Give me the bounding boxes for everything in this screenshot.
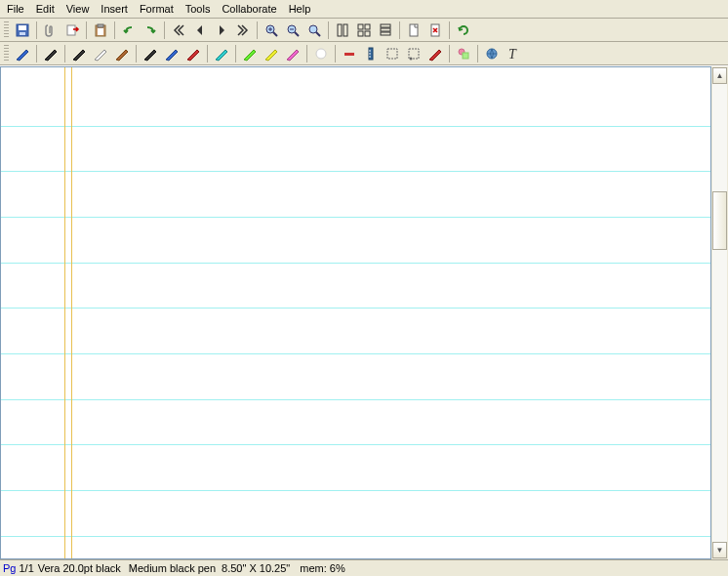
text-icon: T <box>506 46 521 62</box>
svg-rect-16 <box>338 24 342 36</box>
delete-tool-button[interactable] <box>339 44 360 63</box>
last-icon <box>235 22 251 38</box>
svg-rect-3 <box>67 25 75 35</box>
pen-white-button[interactable] <box>90 44 111 63</box>
stamp-button[interactable] <box>481 44 503 63</box>
rule-line <box>1 217 710 218</box>
pen-blue-2-button[interactable] <box>161 44 182 63</box>
toolbar-pens: T <box>0 42 728 65</box>
rule-line <box>1 263 710 264</box>
vertical-scrollbar[interactable]: ▲ ▼ <box>711 66 728 559</box>
hilite-green-button[interactable] <box>239 44 261 63</box>
pen-black-3-button[interactable] <box>140 44 161 63</box>
undo-icon <box>121 22 137 38</box>
svg-line-12 <box>295 32 299 36</box>
zoom-out-button[interactable] <box>282 21 303 40</box>
floppy-icon <box>15 22 30 38</box>
status-tool: Medium black pen <box>129 562 216 574</box>
ruler-button[interactable] <box>360 44 382 63</box>
pen-red-button[interactable] <box>182 44 204 63</box>
svg-rect-23 <box>381 28 390 31</box>
svg-rect-21 <box>365 31 370 36</box>
redo-button[interactable] <box>140 21 161 40</box>
svg-rect-1 <box>19 25 26 30</box>
svg-rect-18 <box>358 24 363 29</box>
svg-rect-22 <box>381 24 390 27</box>
highlighter-icon <box>285 46 301 62</box>
svg-line-15 <box>316 32 320 36</box>
attach-button[interactable] <box>40 21 61 40</box>
globe-icon <box>484 46 500 62</box>
margin-line <box>64 67 65 558</box>
statusbar: Pg 1/1 Vera 20.0pt black Medium black pe… <box>0 559 728 576</box>
pen-brown-button[interactable] <box>111 44 133 63</box>
first-page-button[interactable] <box>168 21 189 40</box>
text-button[interactable]: T <box>503 44 524 63</box>
multi-page-button[interactable] <box>353 21 375 40</box>
eraser-button[interactable] <box>310 44 332 63</box>
paste-button[interactable] <box>90 21 111 40</box>
shapes-button[interactable] <box>453 44 474 63</box>
refresh-button[interactable] <box>453 21 474 40</box>
menu-tools[interactable]: Tools <box>181 1 216 17</box>
menu-format[interactable]: Format <box>135 1 179 17</box>
pen-icon <box>114 46 130 62</box>
save-button[interactable] <box>12 21 33 40</box>
refresh-icon <box>456 22 471 38</box>
scroll-thumb[interactable] <box>712 191 727 250</box>
toolbar-handle-2[interactable] <box>4 45 9 62</box>
zoom-fit-button[interactable] <box>303 21 325 40</box>
hilite-pink-button[interactable] <box>282 44 303 63</box>
rule-line <box>1 308 710 309</box>
status-page: 1/1 <box>19 562 33 574</box>
pen-icon <box>93 46 108 62</box>
pen-black-2-button[interactable] <box>68 44 90 63</box>
new-page-button[interactable] <box>403 21 425 40</box>
undo-button[interactable] <box>118 21 140 40</box>
pen-icon <box>15 46 30 62</box>
export-icon <box>64 22 80 38</box>
next-page-button[interactable] <box>211 21 232 40</box>
paper[interactable] <box>1 67 710 558</box>
pen-icon <box>71 46 87 62</box>
svg-rect-6 <box>98 28 103 35</box>
svg-rect-2 <box>20 32 25 35</box>
export-button[interactable] <box>61 21 83 40</box>
svg-rect-33 <box>387 49 397 59</box>
menu-insert[interactable]: Insert <box>96 1 133 17</box>
delete-page-button[interactable] <box>425 21 446 40</box>
canvas[interactable] <box>0 66 711 559</box>
pen-black-1-button[interactable] <box>40 44 61 63</box>
menu-edit[interactable]: Edit <box>31 1 60 17</box>
svg-point-35 <box>410 57 413 60</box>
toolbar-handle[interactable] <box>4 21 9 39</box>
svg-rect-24 <box>381 32 390 35</box>
pen-cyan-button[interactable] <box>211 44 232 63</box>
prev-page-button[interactable] <box>189 21 211 40</box>
last-page-button[interactable] <box>232 21 254 40</box>
menu-collaborate[interactable]: Collaborate <box>217 1 281 17</box>
marquee-icon <box>384 46 400 62</box>
paperclip-icon <box>43 22 59 38</box>
lasso-button[interactable] <box>403 44 425 63</box>
rule-line <box>1 490 710 491</box>
svg-rect-17 <box>344 24 347 36</box>
svg-rect-28 <box>344 53 354 56</box>
hilite-yellow-button[interactable] <box>261 44 282 63</box>
svg-rect-37 <box>463 53 468 59</box>
status-pg-label: Pg <box>3 562 16 574</box>
svg-line-8 <box>273 32 277 36</box>
continuous-page-button[interactable] <box>375 21 396 40</box>
menu-file[interactable]: File <box>2 1 29 17</box>
svg-rect-34 <box>409 49 419 59</box>
pen-blue-button[interactable] <box>12 44 33 63</box>
scroll-track[interactable] <box>712 84 727 542</box>
wand-button[interactable] <box>425 44 446 63</box>
scroll-down-button[interactable]: ▼ <box>712 542 727 558</box>
menu-view[interactable]: View <box>61 1 95 17</box>
menu-help[interactable]: Help <box>284 1 316 17</box>
scroll-up-button[interactable]: ▲ <box>712 67 727 84</box>
select-button[interactable] <box>382 44 403 63</box>
single-page-button[interactable] <box>332 21 353 40</box>
zoom-in-button[interactable] <box>261 21 282 40</box>
